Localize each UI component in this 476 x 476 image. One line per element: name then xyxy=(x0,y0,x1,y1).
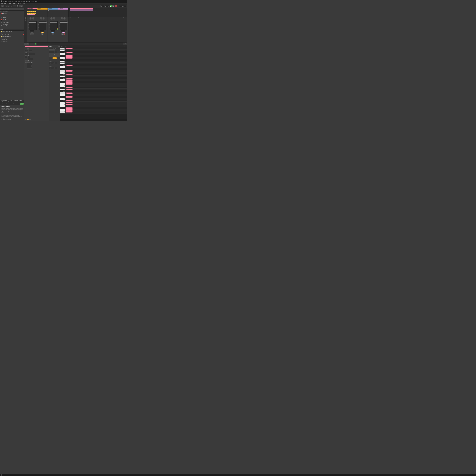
file-mondomod[interactable]: 📁 MondoMod Stereo xyxy=(0,35,24,37)
length-set-btn[interactable]: Set xyxy=(49,66,51,67)
note-c2[interactable]: C2 xyxy=(66,92,72,94)
cat-extra[interactable]: ? xyxy=(0,27,24,28)
inv-btn[interactable]: Inv xyxy=(52,49,55,51)
field-minus2-2[interactable] xyxy=(29,50,32,51)
key-c2[interactable]: C2 xyxy=(60,92,65,94)
fader-track-1[interactable] xyxy=(29,21,36,30)
menu-file[interactable]: File xyxy=(1,3,2,4)
grid-row-f2[interactable]: F2 xyxy=(65,83,127,85)
note-ds2[interactable]: D#2 xyxy=(66,87,72,88)
note-g2[interactable]: G2 xyxy=(66,80,72,81)
vel-play-btn[interactable]: ▶ xyxy=(61,119,62,120)
grid-row-a2[interactable] xyxy=(65,76,127,77)
grid-row-gs1[interactable]: G#1 xyxy=(65,100,127,102)
file-serum[interactable]: ⬛ Serum_x64 xyxy=(0,40,24,42)
cat-sounds[interactable]: 🔊 Sounds xyxy=(0,17,24,18)
key-fs3[interactable]: F#3 xyxy=(60,59,65,61)
cat-drums[interactable]: 🥁 Drums xyxy=(0,18,24,20)
groove-select[interactable]: None xyxy=(28,58,33,60)
pgm-field[interactable] xyxy=(27,67,32,68)
grid-row-c1[interactable]: C1 xyxy=(65,111,127,113)
note-as3[interactable]: A#3 xyxy=(66,51,72,53)
solo-btn-4[interactable]: S xyxy=(62,34,64,35)
grid-row-b2[interactable] xyxy=(65,72,127,74)
key-gs3[interactable]: G#3 xyxy=(60,55,65,57)
search-input[interactable] xyxy=(0,8,24,10)
menu-help[interactable]: Help xyxy=(23,3,25,4)
key-gs2[interactable]: G#2 xyxy=(60,77,65,79)
grid-row-f1[interactable]: F1 xyxy=(65,103,127,105)
end-f3[interactable] xyxy=(32,53,35,55)
add-notes-btn[interactable]: + xyxy=(35,43,36,45)
note-d2[interactable]: D2 xyxy=(66,89,72,90)
note-f2[interactable] xyxy=(52,51,55,53)
clip-name-bar[interactable] xyxy=(25,46,48,47)
note-ds3[interactable]: D#3 xyxy=(66,65,72,66)
note-grid[interactable]: C4A#3G#3G3D#3C3A#2G#2G2F#2F2D#2D2C2A#1G#… xyxy=(65,48,127,114)
sub-field[interactable] xyxy=(27,65,32,67)
note-d1[interactable]: D1 xyxy=(66,109,72,111)
track-label-4[interactable]: 21 Kontakt xyxy=(58,8,68,10)
key-as1[interactable]: A#1 xyxy=(60,96,65,98)
grid-row-g3[interactable]: G3 xyxy=(65,57,127,59)
grid-row-d2[interactable]: D2 xyxy=(65,88,127,90)
send-knob-b-3[interactable] xyxy=(53,17,55,19)
mute-btn-1[interactable] xyxy=(32,34,34,35)
sig-f2[interactable] xyxy=(28,56,30,58)
grid-row-g1[interactable]: G1 xyxy=(65,102,127,103)
note-as1[interactable]: A#1 xyxy=(66,96,72,98)
legato-btn[interactable]: Legato xyxy=(49,53,60,55)
grid-row-gs2[interactable]: G#2 xyxy=(65,77,127,79)
rec-button[interactable]: ● xyxy=(115,5,117,7)
key-cs2[interactable]: C#2 xyxy=(60,90,65,92)
bpm-field[interactable] xyxy=(5,5,10,7)
rev-btn[interactable]: Rev xyxy=(49,49,52,51)
key-f1[interactable]: F1 xyxy=(60,103,65,105)
key-a3[interactable]: A3 xyxy=(60,53,65,55)
grid-row-ds2[interactable]: D#2 xyxy=(65,87,127,88)
send-knob-a-3[interactable] xyxy=(51,17,53,19)
grid-row-c4[interactable]: C4 xyxy=(65,48,127,50)
fader-track-2[interactable] xyxy=(39,21,47,30)
icon-circle-2[interactable] xyxy=(27,119,29,120)
grid-row-c3[interactable]: C3 xyxy=(65,70,127,72)
send-knob-b-4[interactable] xyxy=(64,17,66,19)
file-stu2[interactable]: 📁 STU2_Brass_Shots xyxy=(0,31,24,32)
file-omnisphere[interactable]: ⬛ Omnisphere xyxy=(0,37,24,39)
grid-row-as1[interactable]: A#1 xyxy=(65,96,127,98)
rec-btn-4[interactable] xyxy=(64,34,65,35)
send-knob-a-1[interactable] xyxy=(30,17,32,19)
fader-thumb-1[interactable] xyxy=(29,22,36,23)
note-g1[interactable]: G1 xyxy=(66,102,72,103)
key-as3[interactable]: A#3 xyxy=(60,51,65,53)
key-g3[interactable]: G3 xyxy=(60,57,65,59)
grid-row-cs2[interactable] xyxy=(65,90,127,92)
mixer-col-btn-2[interactable]: B xyxy=(25,19,26,21)
cat-audio-effects[interactable]: 🎛 Audio Effects xyxy=(0,22,24,23)
channel-num-1[interactable]: 2 xyxy=(31,32,33,33)
commit-button[interactable]: Commit xyxy=(25,60,29,62)
send-knob-b-2[interactable] xyxy=(43,17,45,19)
grid-row-as2[interactable]: A#2 xyxy=(65,74,127,76)
key-fs2[interactable]: F#2 xyxy=(60,81,65,83)
menu-edit[interactable]: Edit xyxy=(4,3,6,4)
key-a2[interactable]: A2 xyxy=(60,76,65,77)
clip-tab[interactable]: Clip xyxy=(24,43,29,45)
note-f3[interactable] xyxy=(55,51,57,53)
key-cs3[interactable]: C#3 xyxy=(60,68,65,70)
grid-row-b3[interactable] xyxy=(65,50,127,51)
pos-f1[interactable] xyxy=(49,62,52,64)
menu-options[interactable]: Options xyxy=(17,3,21,4)
key-d1[interactable]: D1 xyxy=(60,109,65,111)
note-ds1[interactable]: D#1 xyxy=(66,107,72,109)
position-set-btn[interactable]: Set xyxy=(49,61,51,62)
fader-track-4[interactable] xyxy=(60,21,68,30)
clip-hatched-1[interactable] xyxy=(27,11,36,12)
key-ds1[interactable]: D#1 xyxy=(60,107,65,109)
note-gs1[interactable]: G#1 xyxy=(66,100,72,101)
grid-row-a1[interactable] xyxy=(65,98,127,100)
grid-row-f3[interactable] xyxy=(65,61,127,63)
key-e2[interactable]: E2 xyxy=(60,85,65,87)
grid-row-e3[interactable] xyxy=(65,63,127,64)
key-f3[interactable]: F3 xyxy=(60,61,65,63)
